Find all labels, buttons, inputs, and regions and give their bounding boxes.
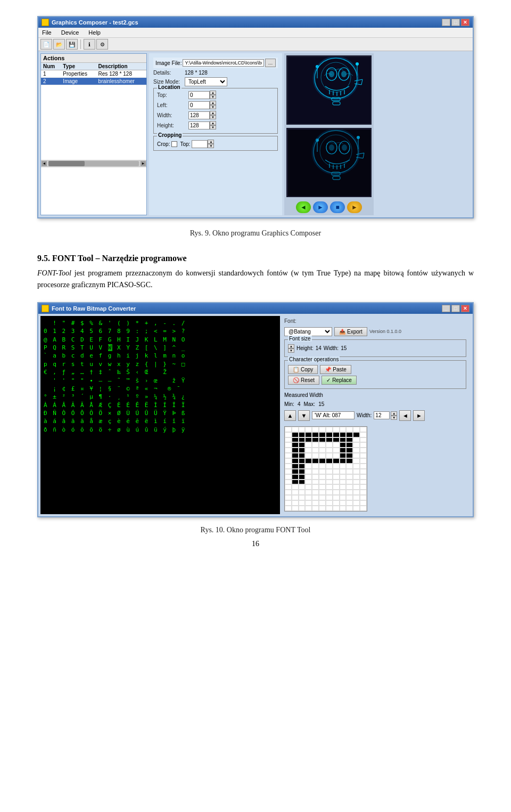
bitmap-cell-0-0[interactable] (285, 427, 292, 432)
gc-size-mode-select[interactable]: TopLeft Stretch Center (185, 77, 227, 86)
bitmap-cell-13-1[interactable] (292, 495, 299, 500)
bitmap-cell-3-8[interactable] (340, 442, 347, 448)
bitmap-cell-8-11[interactable] (360, 469, 367, 474)
bitmap-cell-0-1[interactable] (292, 427, 299, 432)
bitmap-cell-12-5[interactable] (319, 490, 326, 495)
gc-save-button[interactable]: 💾 (66, 39, 78, 50)
gc-nav-next[interactable]: ► (347, 201, 362, 213)
bitmap-cell-9-1[interactable] (292, 474, 299, 480)
bitmap-cell-11-1[interactable] (292, 484, 299, 490)
bitmap-cell-6-8[interactable] (340, 458, 347, 464)
bitmap-cell-15-11[interactable] (360, 506, 367, 511)
ft-export-button[interactable]: 📤 Export (334, 327, 367, 336)
bitmap-cell-8-7[interactable] (333, 469, 340, 474)
bitmap-cell-9-4[interactable] (312, 474, 319, 480)
bitmap-cell-1-7[interactable] (333, 432, 340, 437)
bitmap-cell-11-6[interactable] (326, 484, 333, 490)
bitmap-cell-0-10[interactable] (353, 427, 360, 432)
bitmap-cell-7-4[interactable] (312, 464, 319, 469)
bitmap-cell-11-7[interactable] (333, 484, 340, 490)
bitmap-cell-2-2[interactable] (299, 437, 306, 443)
gc-maximize-button[interactable]: □ (451, 19, 460, 26)
bitmap-cell-15-4[interactable] (312, 506, 319, 511)
bitmap-cell-6-5[interactable] (319, 458, 326, 464)
bitmap-cell-3-6[interactable] (326, 442, 333, 448)
bitmap-cell-15-2[interactable] (299, 506, 306, 511)
bitmap-cell-8-0[interactable] (285, 469, 292, 474)
bitmap-cell-12-4[interactable] (312, 490, 319, 495)
bitmap-cell-14-6[interactable] (326, 500, 333, 506)
gc-crop-top-down[interactable]: ▼ (208, 144, 214, 148)
bitmap-cell-6-10[interactable] (353, 458, 360, 464)
bitmap-cell-4-9[interactable] (346, 448, 353, 453)
bitmap-cell-3-1[interactable] (292, 442, 299, 448)
ft-charmap[interactable]: ! " # $ % & ' ( ) * + , - . /0 1 2 3 4 5… (40, 316, 280, 514)
ft-reset-button[interactable]: 🚫 Reset (288, 376, 319, 385)
bitmap-cell-4-10[interactable] (353, 448, 360, 453)
bitmap-cell-2-11[interactable] (360, 437, 367, 443)
bitmap-cell-3-7[interactable] (333, 442, 340, 448)
bitmap-cell-11-5[interactable] (319, 484, 326, 490)
bitmap-cell-1-10[interactable] (353, 432, 360, 437)
bitmap-cell-12-0[interactable] (285, 490, 292, 495)
bitmap-cell-12-6[interactable] (326, 490, 333, 495)
bitmap-cell-5-5[interactable] (319, 453, 326, 458)
bitmap-cell-2-10[interactable] (353, 437, 360, 443)
bitmap-cell-13-8[interactable] (340, 495, 347, 500)
ft-maximize-button[interactable]: □ (451, 305, 460, 312)
bitmap-cell-15-10[interactable] (353, 506, 360, 511)
ft-width-down[interactable]: ▼ (391, 416, 397, 420)
bitmap-cell-6-11[interactable] (360, 458, 367, 464)
bitmap-cell-8-3[interactable] (305, 469, 312, 474)
bitmap-cell-2-9[interactable] (346, 437, 353, 443)
bitmap-cell-1-11[interactable] (360, 432, 367, 437)
bitmap-cell-4-8[interactable] (340, 448, 347, 453)
bitmap-cell-5-7[interactable] (333, 453, 340, 458)
bitmap-cell-12-8[interactable] (340, 490, 347, 495)
ft-paste-button[interactable]: 📌 Paste (320, 365, 351, 374)
bitmap-cell-1-9[interactable] (346, 432, 353, 437)
ft-right-button[interactable]: ► (413, 410, 425, 421)
gc-minimize-button[interactable]: _ (442, 19, 450, 26)
bitmap-cell-15-5[interactable] (319, 506, 326, 511)
bitmap-cell-7-6[interactable] (326, 464, 333, 469)
bitmap-cell-8-10[interactable] (353, 469, 360, 474)
bitmap-cell-10-1[interactable] (292, 480, 299, 485)
bitmap-cell-4-4[interactable] (312, 448, 319, 453)
bitmap-cell-4-1[interactable] (292, 448, 299, 453)
bitmap-cell-0-7[interactable] (333, 427, 340, 432)
bitmap-cell-9-0[interactable] (285, 474, 292, 480)
bitmap-cell-9-6[interactable] (326, 474, 333, 480)
bitmap-cell-8-5[interactable] (319, 469, 326, 474)
bitmap-cell-6-6[interactable] (326, 458, 333, 464)
gc-width-input[interactable] (188, 111, 210, 119)
gc-left-up[interactable]: ▲ (210, 101, 216, 105)
bitmap-cell-13-10[interactable] (353, 495, 360, 500)
bitmap-cell-3-11[interactable] (360, 442, 367, 448)
bitmap-cell-6-0[interactable] (285, 458, 292, 464)
ft-down-button[interactable]: ▼ (298, 410, 310, 421)
bitmap-cell-1-6[interactable] (326, 432, 333, 437)
ft-copy-button[interactable]: 📋 Copy (288, 365, 318, 374)
bitmap-cell-7-8[interactable] (340, 464, 347, 469)
bitmap-cell-9-8[interactable] (340, 474, 347, 480)
bitmap-cell-7-9[interactable] (346, 464, 353, 469)
bitmap-cell-1-3[interactable] (305, 432, 312, 437)
bitmap-cell-4-5[interactable] (319, 448, 326, 453)
bitmap-cell-15-8[interactable] (340, 506, 347, 511)
bitmap-cell-11-2[interactable] (299, 484, 306, 490)
bitmap-cell-9-7[interactable] (333, 474, 340, 480)
gc-top-down[interactable]: ▼ (210, 95, 216, 99)
bitmap-cell-14-10[interactable] (353, 500, 360, 506)
bitmap-cell-13-7[interactable] (333, 495, 340, 500)
ft-minimize-button[interactable]: _ (442, 305, 450, 312)
bitmap-cell-11-0[interactable] (285, 484, 292, 490)
bitmap-cell-14-5[interactable] (319, 500, 326, 506)
bitmap-cell-3-4[interactable] (312, 442, 319, 448)
bitmap-cell-7-1[interactable] (292, 464, 299, 469)
bitmap-cell-9-3[interactable] (305, 474, 312, 480)
bitmap-cell-10-0[interactable] (285, 480, 292, 485)
bitmap-cell-9-9[interactable] (346, 474, 353, 480)
ft-width-input[interactable] (374, 411, 390, 419)
bitmap-cell-10-5[interactable] (319, 480, 326, 485)
